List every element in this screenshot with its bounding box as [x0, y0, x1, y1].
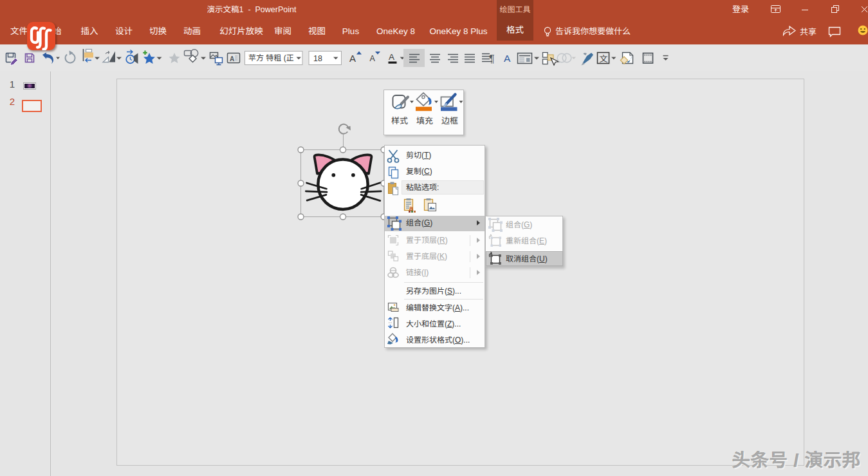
svg-text:18: 18 [313, 54, 322, 63]
svg-text:文: 文 [600, 54, 608, 64]
svg-text:A: A [504, 53, 511, 64]
svg-text:填充: 填充 [416, 116, 433, 126]
svg-text:边框: 边框 [441, 116, 458, 126]
svg-text:a: a [409, 204, 414, 212]
svg-text:A: A [389, 52, 394, 62]
svg-text:样式: 样式 [391, 116, 408, 126]
svg-text:苹方 特粗 (正: 苹方 特粗 (正 [248, 53, 294, 62]
svg-text:¶: ¶ [489, 53, 495, 64]
svg-text:A: A [230, 55, 234, 62]
svg-text:A: A [349, 53, 356, 64]
svg-text:A: A [370, 54, 376, 63]
